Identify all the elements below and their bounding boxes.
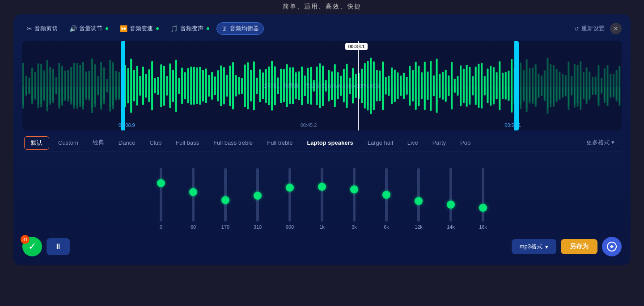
band-label-14k: 14k (447, 224, 455, 230)
preset-pop[interactable]: Pop (453, 136, 478, 151)
svg-rect-46 (88, 87, 90, 99)
svg-rect-224 (355, 87, 357, 96)
svg-rect-208 (331, 87, 333, 98)
svg-rect-40 (79, 87, 81, 104)
svg-rect-378 (586, 87, 588, 101)
svg-rect-392 (607, 87, 609, 103)
svg-rect-400 (619, 87, 620, 103)
preset-classic[interactable]: 经典 (85, 135, 111, 151)
slider-thumb-12k[interactable] (415, 197, 423, 205)
close-button[interactable]: ✕ (610, 23, 622, 34)
ai-button[interactable] (602, 237, 622, 256)
svg-rect-150 (244, 87, 246, 104)
slider-thumb-0[interactable] (157, 179, 165, 187)
svg-rect-360 (559, 87, 560, 98)
svg-rect-368 (571, 87, 572, 94)
svg-rect-126 (208, 87, 210, 95)
svg-rect-24 (55, 87, 57, 93)
slider-thumb-60[interactable] (189, 188, 197, 196)
trim-handle-right[interactable] (514, 41, 519, 130)
preset-fulltreble[interactable]: Full treble (260, 136, 300, 151)
svg-rect-16 (43, 87, 45, 99)
svg-rect-22 (52, 87, 54, 101)
svg-rect-358 (556, 87, 558, 100)
svg-rect-38 (76, 87, 78, 105)
slider-track-16k[interactable] (482, 168, 484, 222)
save-button[interactable]: 另存为 (561, 239, 597, 254)
ai-icon (606, 241, 617, 252)
preset-club[interactable]: Club (142, 136, 169, 151)
preset-fullbass[interactable]: Full bass (169, 136, 206, 151)
svg-rect-310 (484, 87, 486, 94)
svg-rect-102 (172, 87, 174, 100)
svg-rect-206 (328, 87, 330, 99)
preset-party[interactable]: Party (425, 136, 453, 151)
preset-laptop[interactable]: Laptop speakers (300, 136, 360, 151)
svg-rect-84 (145, 87, 147, 96)
svg-rect-236 (373, 87, 375, 106)
svg-rect-152 (247, 87, 249, 105)
svg-rect-370 (574, 87, 576, 104)
svg-rect-290 (454, 87, 456, 92)
svg-rect-324 (505, 87, 507, 98)
svg-rect-306 (478, 87, 479, 104)
slider-thumb-16k[interactable] (479, 204, 487, 212)
svg-rect-130 (214, 87, 216, 94)
reset-button[interactable]: ↺ 重新设置 (574, 25, 605, 33)
preset-dance[interactable]: Dance (111, 136, 143, 151)
slider-track-600[interactable] (288, 168, 291, 222)
svg-rect-244 (385, 87, 387, 94)
tool-btn-pitch[interactable]: 🎵 音频变声 (166, 23, 214, 34)
svg-rect-72 (127, 87, 129, 101)
format-button[interactable]: mp3格式 ▾ (512, 239, 556, 254)
svg-rect-168 (271, 87, 273, 106)
slider-track-60[interactable] (192, 168, 195, 222)
svg-rect-184 (295, 87, 297, 97)
svg-rect-394 (610, 87, 611, 96)
preset-fullbasstreble[interactable]: Full bass treble (206, 136, 260, 151)
svg-rect-240 (379, 87, 381, 99)
slider-track-0[interactable] (160, 168, 162, 222)
tool-btn-volume[interactable]: 🔊 音量调节 (65, 23, 113, 34)
svg-rect-136 (223, 87, 225, 101)
svg-rect-286 (448, 87, 449, 95)
eq-band-6k: 6k (371, 168, 402, 230)
svg-rect-128 (211, 87, 213, 98)
slider-thumb-170[interactable] (221, 196, 229, 204)
band-label-60: 60 (191, 224, 196, 230)
svg-rect-32 (68, 87, 69, 99)
slider-thumb-3k[interactable] (350, 185, 358, 193)
preset-live[interactable]: Live (400, 136, 425, 151)
tool-btn-eq[interactable]: 🎚 音频均衡器 (216, 22, 264, 35)
preset-more[interactable]: 更多格式 ▾ (579, 135, 622, 151)
slider-track-1k[interactable] (321, 168, 323, 222)
tool-btn-speed[interactable]: ⏩ 音频变速 (115, 23, 163, 34)
preset-default[interactable]: 默认 (24, 136, 49, 150)
slider-track-170[interactable] (224, 168, 227, 222)
svg-rect-256 (403, 87, 405, 97)
slider-thumb-14k[interactable] (447, 201, 455, 209)
slider-thumb-6k[interactable] (382, 191, 390, 199)
slider-track-310[interactable] (256, 168, 259, 222)
svg-rect-196 (313, 87, 315, 91)
reset-label: 重新设置 (581, 25, 605, 33)
svg-rect-250 (394, 87, 396, 100)
trim-handle-left[interactable] (121, 41, 125, 130)
svg-rect-356 (553, 87, 555, 104)
svg-rect-42 (82, 87, 84, 106)
slider-track-14k[interactable] (449, 168, 452, 222)
slider-track-3k[interactable] (353, 168, 356, 222)
slider-thumb-600[interactable] (286, 184, 294, 192)
preset-largehall[interactable]: Large hall (360, 136, 400, 151)
preset-custom[interactable]: Custom (51, 136, 85, 151)
svg-rect-58 (106, 87, 108, 92)
tool-icon-cut: ✂ (27, 25, 32, 32)
slider-thumb-1k[interactable] (318, 183, 326, 191)
slider-thumb-310[interactable] (254, 192, 262, 200)
band-label-6k: 6k (384, 224, 389, 230)
slider-track-12k[interactable] (417, 168, 420, 222)
play-button[interactable]: ⏸ (47, 238, 70, 255)
slider-track-6k[interactable] (385, 168, 388, 222)
svg-rect-188 (301, 87, 303, 102)
tool-btn-cut[interactable]: ✂ 音频剪切 (22, 23, 62, 34)
